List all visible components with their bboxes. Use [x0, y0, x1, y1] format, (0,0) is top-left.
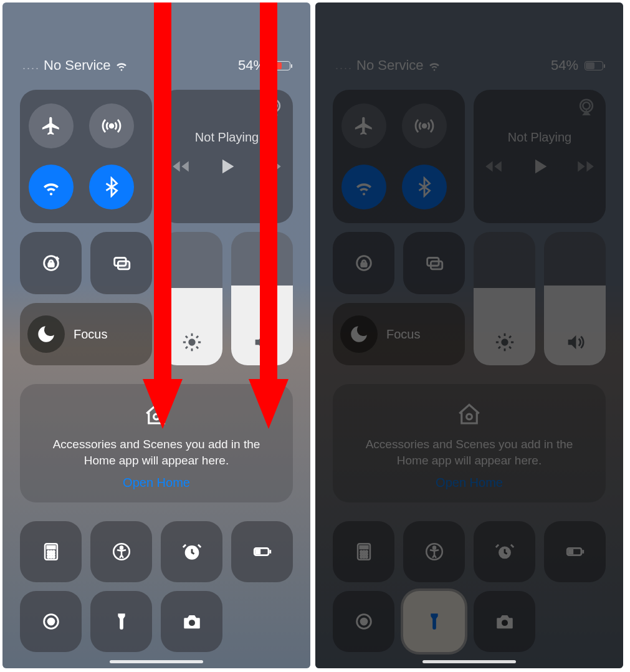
svg-point-41: [363, 551, 365, 553]
cellular-data-toggle[interactable]: [89, 103, 134, 148]
prev-track-icon[interactable]: [170, 156, 191, 180]
svg-point-44: [363, 554, 365, 555]
shortcut-row-2: [333, 591, 606, 652]
media-title: Not Playing: [508, 130, 571, 145]
focus-label: Focus: [74, 327, 107, 342]
focus-label: Focus: [386, 327, 420, 342]
carrier-text: No Service: [356, 57, 424, 74]
calculator-button[interactable]: [333, 521, 394, 582]
svg-point-48: [365, 556, 367, 558]
cellular-data-toggle[interactable]: [402, 103, 447, 148]
screen-mirroring-button[interactable]: [90, 232, 152, 294]
brightness-slider[interactable]: [161, 232, 222, 365]
svg-point-13: [52, 551, 54, 553]
airplay-icon[interactable]: [576, 96, 597, 120]
calculator-button[interactable]: [20, 521, 82, 582]
svg-rect-35: [431, 261, 442, 269]
wifi-toggle[interactable]: [29, 165, 74, 209]
moon-icon: [27, 315, 65, 353]
svg-point-16: [52, 554, 54, 555]
orientation-lock-toggle[interactable]: [333, 232, 394, 294]
svg-rect-10: [47, 546, 55, 549]
svg-point-45: [365, 554, 367, 555]
focus-button[interactable]: Focus: [20, 303, 152, 365]
svg-rect-33: [361, 263, 366, 267]
media-module[interactable]: Not Playing: [161, 90, 293, 223]
play-icon[interactable]: [529, 156, 550, 180]
svg-rect-39: [360, 546, 368, 549]
svg-point-7: [188, 338, 195, 345]
shortcut-row-1: [20, 521, 293, 582]
media-title: Not Playing: [195, 130, 259, 145]
next-track-icon[interactable]: [575, 156, 596, 180]
home-module[interactable]: Accessories and Scenes you add in theHom…: [20, 384, 293, 502]
status-bar: .... No Service 54%: [2, 2, 310, 77]
moon-icon: [340, 315, 378, 353]
brightness-slider[interactable]: [474, 232, 535, 365]
airplay-icon[interactable]: [263, 96, 284, 120]
signal-dots: ....: [335, 59, 353, 72]
svg-point-50: [433, 547, 436, 549]
alarm-button[interactable]: [161, 521, 222, 582]
svg-point-43: [360, 554, 362, 555]
wifi-icon: [115, 59, 128, 72]
battery-icon: [269, 61, 290, 70]
svg-point-42: [365, 551, 367, 553]
bluetooth-toggle[interactable]: [89, 165, 134, 209]
screen-mirroring-button[interactable]: [403, 232, 465, 294]
home-module[interactable]: Accessories and Scenes you add in theHom…: [333, 384, 606, 502]
svg-point-47: [363, 556, 365, 558]
open-home-link[interactable]: Open Home: [436, 476, 503, 490]
play-icon[interactable]: [216, 156, 237, 180]
battery-icon: [582, 61, 603, 70]
accessibility-button[interactable]: [90, 521, 152, 582]
airplane-mode-toggle[interactable]: [29, 103, 74, 148]
svg-point-11: [47, 551, 49, 553]
screenshot-left: .... No Service 54%: [2, 2, 310, 668]
wifi-icon: [427, 59, 441, 72]
svg-point-21: [120, 547, 123, 549]
home-msg-2: Home app will appear here.: [397, 454, 542, 467]
wifi-toggle[interactable]: [341, 165, 386, 209]
airplane-mode-toggle[interactable]: [341, 103, 386, 148]
camera-button[interactable]: [474, 591, 535, 652]
camera-button[interactable]: [161, 591, 222, 652]
svg-point-28: [189, 620, 195, 626]
flashlight-button[interactable]: [90, 591, 152, 652]
connectivity-module[interactable]: [333, 90, 465, 223]
low-power-button[interactable]: [231, 521, 293, 582]
volume-slider[interactable]: [231, 232, 293, 365]
alarm-button[interactable]: [474, 521, 535, 582]
low-power-button[interactable]: [544, 521, 606, 582]
media-module[interactable]: Not Playing: [474, 90, 606, 223]
signal-dots: ....: [22, 59, 40, 72]
shortcut-row-1: [333, 521, 606, 582]
svg-rect-25: [256, 550, 260, 554]
home-indicator[interactable]: [110, 660, 203, 663]
svg-rect-6: [118, 261, 129, 269]
accessibility-button[interactable]: [403, 521, 465, 582]
prev-track-icon[interactable]: [483, 156, 504, 180]
screen-record-button[interactable]: [333, 591, 394, 652]
next-track-icon[interactable]: [262, 156, 284, 180]
bluetooth-toggle[interactable]: [402, 165, 447, 209]
svg-point-15: [50, 554, 52, 555]
volume-slider[interactable]: [544, 232, 606, 365]
svg-point-12: [50, 551, 52, 553]
battery-percent: 54%: [551, 57, 578, 74]
home-indicator[interactable]: [422, 660, 516, 663]
carrier-text: No Service: [44, 57, 111, 74]
svg-point-36: [501, 338, 508, 345]
svg-point-37: [467, 414, 472, 420]
screen-record-button[interactable]: [20, 591, 82, 652]
svg-point-0: [110, 124, 113, 128]
open-home-link[interactable]: Open Home: [123, 476, 190, 490]
svg-point-55: [361, 618, 367, 625]
svg-rect-4: [48, 263, 54, 267]
focus-button[interactable]: Focus: [333, 303, 465, 365]
orientation-lock-toggle[interactable]: [20, 232, 82, 294]
flashlight-button[interactable]: [403, 591, 465, 652]
home-msg-1: Accessories and Scenes you add in the: [366, 438, 573, 451]
connectivity-module[interactable]: [20, 90, 152, 223]
home-msg-1: Accessories and Scenes you add in the: [53, 438, 260, 451]
